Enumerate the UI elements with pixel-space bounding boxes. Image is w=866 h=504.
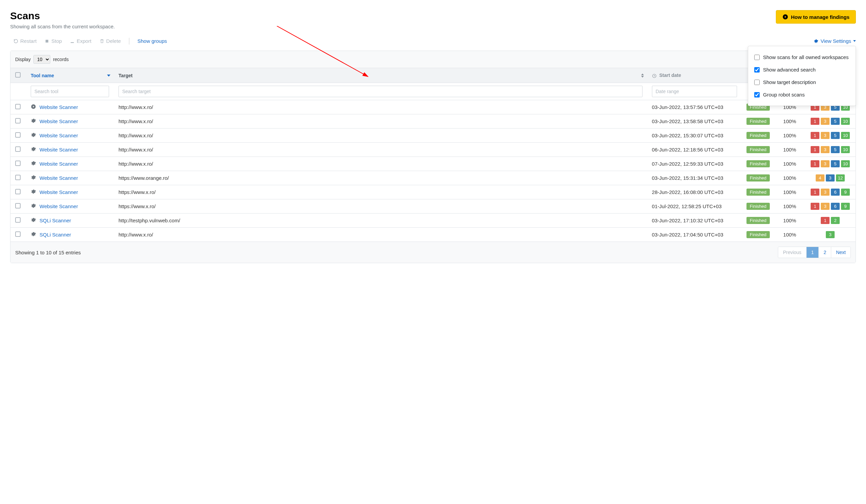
severity-row: 1369 [810, 188, 851, 196]
severity-badge: 4 [816, 174, 824, 182]
row-checkbox[interactable] [15, 146, 21, 152]
status-badge: Finished [746, 203, 770, 210]
severity-badge: 1 [811, 160, 819, 167]
severity-badge: 1 [811, 203, 819, 210]
opt-group-robot-checkbox[interactable] [754, 92, 760, 98]
search-tool-input[interactable] [31, 86, 109, 97]
row-checkbox[interactable] [15, 104, 21, 109]
tool-link[interactable]: Website Scanner [40, 104, 78, 110]
opt-advanced-search-checkbox[interactable] [754, 67, 760, 72]
page-next[interactable]: Next [831, 247, 851, 258]
svg-rect-1 [46, 39, 48, 42]
show-groups-link[interactable]: Show groups [134, 36, 170, 46]
opt-all-workspaces[interactable]: Show scans for all owned workspaces [754, 51, 850, 64]
opt-target-description-checkbox[interactable] [754, 80, 760, 85]
sort-icon [641, 73, 644, 78]
table-row: Website Scanner http://www.x.ro/ 03-Jun-… [10, 114, 856, 128]
tool-link[interactable]: Website Scanner [40, 118, 78, 124]
gear-icon [31, 203, 36, 209]
tool-link[interactable]: Website Scanner [40, 133, 78, 138]
tool-link[interactable]: Website Scanner [40, 189, 78, 195]
severity-row: 13510 [810, 132, 851, 139]
select-all-checkbox[interactable] [15, 72, 21, 78]
target-cell: http://www.x.ro/ [114, 114, 647, 128]
row-checkbox[interactable] [15, 217, 21, 223]
display-label-suffix: records [53, 57, 69, 62]
tool-link[interactable]: Website Scanner [40, 175, 78, 181]
display-label-prefix: Display [15, 57, 31, 62]
row-checkbox[interactable] [15, 175, 21, 180]
date-cell: 03-Jun-2022, 17:10:32 UTC+03 [647, 214, 742, 228]
records-select[interactable]: 10 [33, 55, 50, 64]
download-icon [70, 39, 75, 44]
target-cell: https://www.x.ro/ [114, 199, 647, 214]
severity-badge: 5 [831, 132, 840, 139]
manage-findings-button[interactable]: How to manage findings [776, 10, 856, 24]
restart-icon [13, 39, 18, 44]
tool-link[interactable]: Website Scanner [40, 161, 78, 167]
severity-badge: 10 [841, 160, 850, 167]
severity-badge: 1 [821, 217, 830, 224]
target-cell: http://www.x.ro/ [114, 128, 647, 143]
date-cell: 03-Jun-2022, 13:57:56 UTC+03 [647, 100, 742, 114]
page-prev[interactable]: Previous [778, 247, 806, 258]
view-settings-toggle[interactable]: View Settings [814, 38, 856, 44]
progress-cell: 100% [775, 143, 805, 157]
progress-cell: 100% [775, 228, 805, 242]
table-row: SQLi Scanner http://www.x.ro/ 03-Jun-202… [10, 228, 856, 242]
severity-badge: 2 [831, 217, 840, 224]
date-range-input[interactable] [652, 86, 737, 97]
opt-group-robot[interactable]: Group robot scans [754, 88, 850, 101]
col-target[interactable]: Target [114, 68, 647, 83]
scans-panel: Display 10 records Tool name Target Star… [10, 50, 856, 263]
tool-link[interactable]: Website Scanner [40, 147, 78, 152]
target-cell: http://www.x.ro/ [114, 143, 647, 157]
progress-cell: 100% [775, 157, 805, 171]
opt-target-description[interactable]: Show target description [754, 76, 850, 88]
search-target-input[interactable] [119, 86, 643, 97]
progress-cell: 100% [775, 171, 805, 185]
row-checkbox[interactable] [15, 231, 21, 237]
table-row: SQLi Scanner http://testphp.vulnweb.com/… [10, 214, 856, 228]
progress-cell: 100% [775, 185, 805, 199]
progress-cell: 100% [775, 214, 805, 228]
gear-icon [31, 132, 36, 139]
row-checkbox[interactable] [15, 203, 21, 208]
stop-button[interactable]: Stop [41, 36, 65, 46]
restart-button[interactable]: Restart [10, 36, 40, 46]
col-start-date[interactable]: Start date [647, 68, 742, 83]
severity-badge: 3 [821, 118, 830, 125]
tool-link[interactable]: SQLi Scanner [40, 232, 71, 238]
export-button[interactable]: Export [67, 36, 95, 46]
row-checkbox[interactable] [15, 132, 21, 138]
gear-icon [814, 39, 818, 44]
row-checkbox[interactable] [15, 189, 21, 194]
severity-badge: 3 [821, 132, 830, 139]
page-2[interactable]: 2 [819, 247, 831, 258]
gear-icon [31, 189, 36, 195]
scans-table: Tool name Target Start date [10, 68, 856, 242]
tool-link[interactable]: Website Scanner [40, 204, 78, 209]
opt-advanced-search[interactable]: Show advanced search [754, 64, 850, 76]
caret-down-icon [853, 40, 856, 42]
target-cell: http://testphp.vulnweb.com/ [114, 214, 647, 228]
gear-icon [31, 118, 36, 125]
severity-badge: 9 [841, 188, 850, 196]
page-1[interactable]: 1 [807, 247, 819, 258]
target-cell: https://www.orange.ro/ [114, 171, 647, 185]
table-row: Website Scanner https://www.x.ro/ 28-Jun… [10, 185, 856, 199]
row-checkbox[interactable] [15, 161, 21, 166]
opt-all-workspaces-checkbox[interactable] [754, 55, 760, 60]
row-checkbox[interactable] [15, 118, 21, 124]
col-tool-name[interactable]: Tool name [26, 68, 114, 83]
sort-desc-icon [107, 75, 110, 77]
trash-icon [100, 39, 104, 44]
tool-link[interactable]: SQLi Scanner [40, 218, 71, 223]
page-subtitle: Showing all scans from the current works… [10, 24, 115, 29]
status-badge: Finished [746, 146, 770, 153]
date-cell: 03-Jun-2022, 13:58:58 UTC+03 [647, 114, 742, 128]
severity-badge: 3 [826, 174, 835, 182]
severity-row: 13510 [810, 160, 851, 167]
delete-button[interactable]: Delete [96, 36, 124, 46]
severity-badge: 3 [821, 160, 830, 167]
